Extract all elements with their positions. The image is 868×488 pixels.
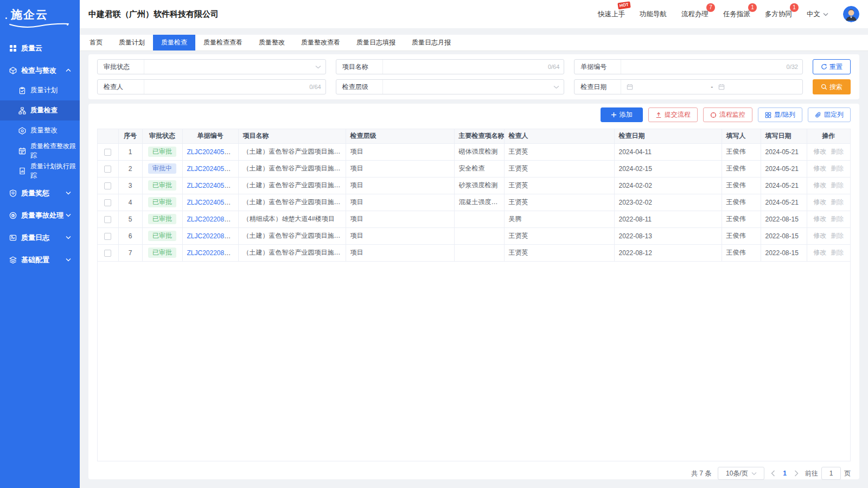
delete-link[interactable]: 删除 [831, 198, 844, 206]
sidebar-item-inspection-rectify-track[interactable]: 质量检查整改跟踪 [0, 141, 80, 161]
edit-link[interactable]: 修改 [813, 232, 826, 239]
nav-flow-handle[interactable]: 流程办理 7 [681, 10, 709, 19]
sidebar-group-base-config[interactable]: 基础配置 [0, 250, 80, 270]
cell-level: 项目 [346, 143, 454, 160]
tab-quality-log-fill[interactable]: 质量日志填报 [348, 35, 404, 50]
date-end-input[interactable] [713, 84, 802, 90]
tab-quality-rectify-view[interactable]: 质量整改查看 [293, 35, 348, 50]
date-start-input[interactable] [621, 84, 711, 90]
tab-quality-inspection[interactable]: 质量检查 [153, 35, 195, 50]
row-checkbox[interactable] [104, 182, 111, 189]
tab-quality-rectify[interactable]: 质量整改 [251, 35, 293, 50]
tab-label: 质量检查 [161, 38, 187, 47]
check-date-field[interactable]: 检查日期 - [574, 79, 803, 94]
doc-no-link[interactable]: ZLJC2022080173 [187, 232, 239, 240]
fixed-columns-button[interactable]: 固定列 [808, 107, 851, 122]
sidebar-item-quality-inspection[interactable]: 质量检查 [0, 100, 80, 121]
calendar-icon [627, 84, 633, 90]
sidebar-group-quality-accident[interactable]: 质量事故处理 [0, 205, 80, 225]
cell-level: 项目 [346, 244, 454, 261]
cell-project: （土建）蓝色智谷产业园项目施工总承... [238, 227, 346, 244]
doc-no-link[interactable]: ZLJC2022080172 [187, 249, 239, 257]
nav-label: 任务指派 [723, 10, 750, 18]
flow-monitor-button[interactable]: 流程监控 [703, 107, 752, 122]
edit-link[interactable]: 修改 [813, 215, 826, 223]
sidebar-item-label: 质量计划执行跟踪 [30, 162, 80, 180]
nav-function-nav[interactable]: 功能导航 [640, 10, 667, 19]
table-row: 6 已审批 ZLJC2022080173 （土建）蓝色智谷产业园项目施工总承..… [98, 227, 850, 244]
cell-level: 项目 [346, 211, 454, 227]
delete-link[interactable]: 删除 [831, 181, 844, 189]
sidebar-group-inspection-rectify[interactable]: 检查与整改 [0, 60, 80, 80]
nav-quick-start[interactable]: 快速上手 HOT [598, 10, 625, 19]
doc-no-field[interactable]: 单据编号 0/32 [574, 59, 803, 74]
sidebar-group-quality-log[interactable]: 质量日志 [0, 227, 80, 248]
delete-link[interactable]: 删除 [831, 164, 844, 172]
delete-link[interactable]: 删除 [831, 148, 844, 155]
current-page[interactable]: 1 [782, 470, 788, 477]
sidebar-item-label: 检查与整改 [21, 66, 56, 75]
avatar[interactable] [843, 6, 859, 22]
submit-flow-button[interactable]: 提交流程 [648, 107, 698, 122]
goto-page-input[interactable] [821, 467, 841, 480]
tab-quality-log-monthly[interactable]: 质量日志月报 [404, 35, 459, 50]
doc-no-link[interactable]: ZLJC2024050443 [187, 199, 239, 206]
table-row: 4 已审批 ZLJC2024050443 （土建）蓝色智谷产业园项目施工总承..… [98, 194, 850, 211]
toolbar: 添加 提交流程 流程监控 显/隐列 固定列 [97, 107, 851, 122]
inspector-field[interactable]: 检查人 0/64 [97, 79, 326, 94]
edit-link[interactable]: 修改 [813, 181, 826, 189]
sidebar-item-quality-plan[interactable]: 质量计划 [0, 80, 80, 100]
delete-link[interactable]: 删除 [831, 232, 844, 239]
cell-fill-date: 2024-05-21 [761, 194, 807, 211]
doc-no-link[interactable]: ZLJC2022080174 [187, 216, 239, 223]
show-hide-columns-button[interactable]: 显/隐列 [758, 107, 802, 122]
edit-link[interactable]: 修改 [813, 249, 826, 256]
doc-no-link[interactable]: ZLJC2024050445 [187, 165, 239, 173]
row-checkbox[interactable] [104, 233, 111, 240]
row-checkbox[interactable] [104, 199, 111, 206]
doc-no-link[interactable]: ZLJC2024050444 [187, 182, 239, 189]
row-checkbox[interactable] [104, 149, 111, 156]
delete-link[interactable]: 删除 [831, 215, 844, 223]
cell-inspector: 王贤英 [504, 244, 614, 261]
project-name-field[interactable]: 项目名称 0/64 [336, 59, 565, 74]
page-size-select[interactable]: 10条/页 [718, 467, 764, 480]
field-label: 审批状态 [98, 60, 144, 74]
search-button[interactable]: 搜索 [813, 79, 851, 94]
check-level-field[interactable]: 检查层级 [336, 79, 565, 94]
fixed-columns-label: 固定列 [824, 110, 844, 119]
logo-wave-icon [9, 23, 69, 29]
approval-status-field[interactable]: 审批状态 [97, 59, 326, 74]
upload-icon [655, 112, 662, 118]
nav-task-assign[interactable]: 任务指派 1 [723, 10, 750, 19]
edit-link[interactable]: 修改 [813, 164, 826, 172]
image-icon [9, 234, 17, 242]
next-page-button[interactable] [794, 470, 799, 477]
edit-link[interactable]: 修改 [813, 148, 826, 155]
prev-page-button[interactable] [771, 470, 775, 477]
sidebar-item-quality-rectify[interactable]: 质量整改 [0, 121, 80, 141]
cell-check-item [454, 244, 504, 261]
cell-index: 3 [118, 177, 142, 194]
sidebar-group-quality-rewards[interactable]: 质量奖惩 [0, 183, 80, 203]
doc-no-link[interactable]: ZLJC2024050446 [187, 148, 239, 156]
language-label: 中文 [807, 10, 820, 19]
language-selector[interactable]: 中文 [807, 10, 828, 19]
cell-check-item: 砌体强度检测 [454, 143, 504, 160]
tab-quality-inspection-view[interactable]: 质量检查查看 [195, 35, 251, 50]
row-checkbox[interactable] [104, 166, 111, 173]
row-checkbox[interactable] [104, 216, 111, 223]
reset-button[interactable]: 重置 [813, 59, 851, 74]
tab-home[interactable]: 首页 [81, 35, 111, 50]
add-button[interactable]: 添加 [601, 107, 643, 122]
edit-link[interactable]: 修改 [813, 198, 826, 206]
show-hide-columns-label: 显/隐列 [774, 110, 795, 119]
col-check-level: 检查层级 [346, 129, 454, 143]
sidebar-item-plan-execution-track[interactable]: 质量计划执行跟踪 [0, 161, 80, 181]
sidebar-item-quality-cloud[interactable]: 质量云 [0, 38, 80, 58]
field-label: 检查日期 [575, 80, 621, 94]
nav-multi-collab[interactable]: 多方协同 1 [765, 10, 792, 19]
row-checkbox[interactable] [104, 250, 111, 257]
delete-link[interactable]: 删除 [831, 249, 844, 256]
tab-quality-plan[interactable]: 质量计划 [111, 35, 153, 50]
